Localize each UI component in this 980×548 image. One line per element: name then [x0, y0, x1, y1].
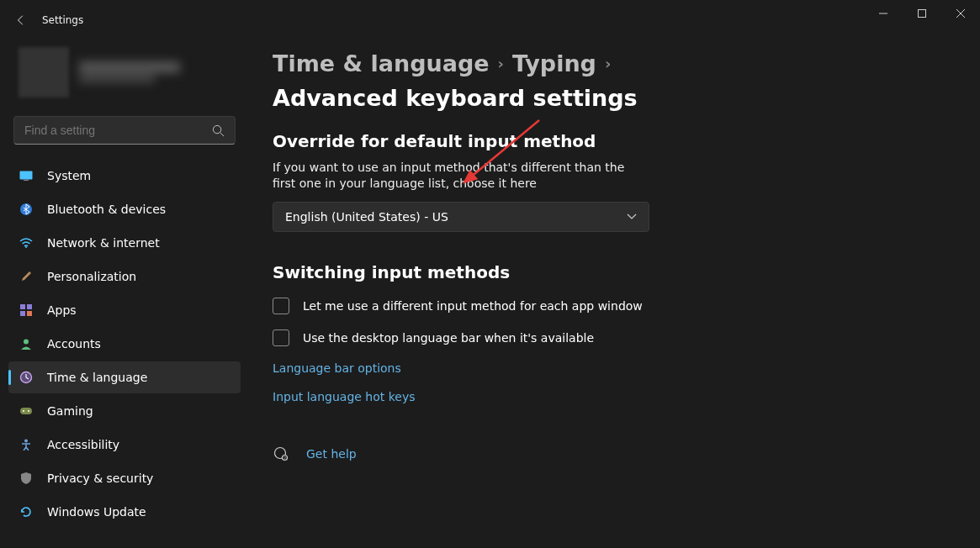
section-title-switching: Switching input methods — [273, 262, 946, 282]
input-method-dropdown[interactable]: English (United States) - US — [273, 202, 649, 232]
checkbox-lang-bar[interactable] — [273, 329, 289, 346]
sidebar-item-label: Bluetooth & devices — [47, 203, 166, 216]
section-title-override: Override for default input method — [273, 131, 946, 151]
svg-rect-8 — [20, 304, 25, 309]
profile-block[interactable] — [8, 40, 241, 116]
svg-rect-14 — [20, 408, 32, 414]
breadcrumb-level1[interactable]: Time & language — [273, 50, 490, 76]
sidebar-item-label: Accounts — [47, 337, 101, 350]
wifi-icon — [19, 235, 34, 250]
link-language-bar-options[interactable]: Language bar options — [273, 361, 946, 375]
maximize-button[interactable] — [903, 0, 941, 27]
sidebar-item-gaming[interactable]: Gaming — [8, 395, 241, 427]
svg-point-7 — [25, 246, 27, 248]
svg-point-15 — [23, 410, 24, 412]
close-button[interactable] — [941, 0, 980, 27]
sidebar-item-label: Privacy & security — [47, 472, 153, 485]
sidebar-item-privacy[interactable]: Privacy & security — [8, 462, 241, 494]
override-description: If you want to use an input method that'… — [273, 160, 643, 192]
sidebar-item-label: Windows Update — [47, 505, 146, 519]
shield-icon — [19, 471, 34, 486]
sidebar-item-windows-update[interactable]: Windows Update — [8, 496, 241, 528]
breadcrumb: Time & language › Typing › Advanced keyb… — [273, 50, 946, 111]
display-icon — [19, 168, 34, 183]
get-help-link[interactable]: Get help — [306, 447, 357, 461]
minimize-button[interactable] — [864, 0, 903, 27]
svg-point-17 — [24, 440, 28, 443]
sidebar-item-label: Apps — [47, 303, 77, 317]
sidebar-item-label: System — [47, 169, 91, 182]
sidebar-item-label: Gaming — [47, 404, 93, 418]
breadcrumb-level2[interactable]: Typing — [512, 50, 596, 76]
clock-icon — [19, 370, 34, 385]
svg-rect-5 — [24, 180, 29, 181]
sidebar-item-personalization[interactable]: Personalization — [8, 261, 241, 292]
dropdown-selected-value: English (United States) - US — [285, 210, 448, 224]
breadcrumb-current: Advanced keyboard settings — [273, 85, 638, 111]
help-row: ? Get help — [273, 445, 946, 462]
avatar — [19, 47, 69, 97]
app-title: Settings — [42, 14, 83, 26]
svg-text:?: ? — [283, 456, 286, 461]
sidebar-item-label: Time & language — [47, 371, 147, 384]
link-input-hotkeys[interactable]: Input language hot keys — [273, 390, 946, 403]
checkbox-label-lang-bar: Use the desktop language bar when it's a… — [303, 331, 594, 345]
sidebar-item-network[interactable]: Network & internet — [8, 227, 241, 259]
sidebar-item-accounts[interactable]: Accounts — [8, 328, 241, 360]
update-icon — [19, 504, 34, 519]
search-input[interactable] — [24, 124, 212, 137]
sidebar-item-label: Accessibility — [47, 438, 119, 451]
svg-point-16 — [28, 410, 29, 412]
brush-icon — [19, 269, 34, 284]
accessibility-icon — [19, 437, 34, 452]
svg-point-2 — [213, 125, 220, 133]
person-icon — [19, 336, 34, 351]
chevron-down-icon — [627, 213, 637, 220]
content-area: Time & language › Typing › Advanced keyb… — [249, 40, 980, 548]
chevron-right-icon: › — [605, 55, 611, 72]
sidebar-item-label: Personalization — [47, 270, 136, 283]
svg-rect-1 — [919, 10, 926, 18]
back-button[interactable] — [8, 8, 34, 33]
profile-text — [79, 61, 180, 83]
nav: System Bluetooth & devices Network & int… — [8, 160, 241, 528]
svg-rect-9 — [27, 304, 32, 309]
sidebar-item-accessibility[interactable]: Accessibility — [8, 429, 241, 461]
sidebar-item-label: Network & internet — [47, 236, 160, 250]
svg-point-12 — [24, 340, 29, 345]
chevron-right-icon: › — [498, 55, 504, 72]
sidebar-item-bluetooth[interactable]: Bluetooth & devices — [8, 193, 241, 225]
bluetooth-icon — [19, 202, 34, 217]
help-icon: ? — [273, 445, 289, 462]
gamepad-icon — [19, 403, 34, 419]
sidebar-item-apps[interactable]: Apps — [8, 294, 241, 326]
checkbox-row-per-app: Let me use a different input method for … — [273, 298, 946, 314]
svg-rect-11 — [27, 311, 32, 316]
titlebar: Settings — [0, 0, 980, 40]
sidebar: System Bluetooth & devices Network & int… — [0, 40, 249, 548]
sidebar-item-time-language[interactable]: Time & language — [8, 361, 241, 393]
checkbox-per-app[interactable] — [273, 298, 289, 314]
svg-line-3 — [220, 132, 224, 135]
search-box[interactable] — [13, 116, 236, 145]
svg-rect-10 — [20, 311, 25, 316]
search-icon — [212, 124, 225, 137]
sidebar-item-system[interactable]: System — [8, 160, 241, 192]
checkbox-row-lang-bar: Use the desktop language bar when it's a… — [273, 329, 946, 346]
svg-rect-4 — [20, 171, 33, 180]
apps-icon — [19, 303, 34, 318]
checkbox-label-per-app: Let me use a different input method for … — [303, 299, 643, 313]
